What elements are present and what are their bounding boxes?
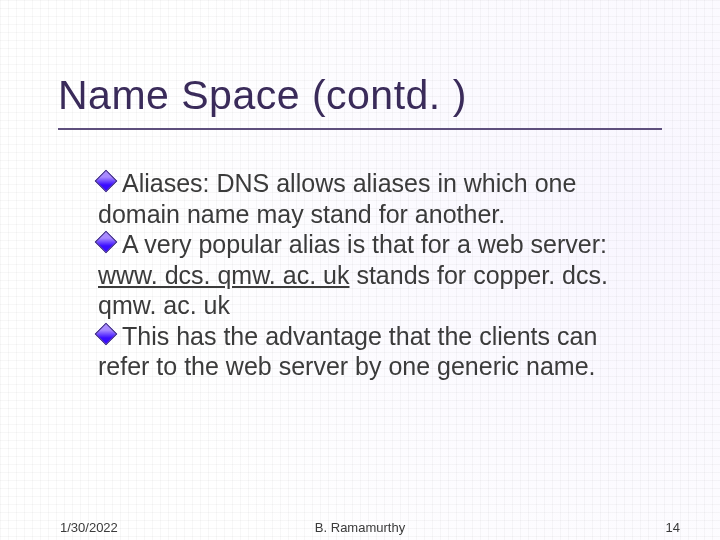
bullet-icon xyxy=(95,231,118,254)
bullet-text: Aliases: DNS allows aliases in which one… xyxy=(98,169,576,228)
bullet-item: A very popular alias is that for a web s… xyxy=(98,229,648,321)
bullet-prefix: Aliases: xyxy=(122,169,216,197)
footer-author: B. Ramamurthy xyxy=(0,520,720,535)
footer-page-number: 14 xyxy=(666,520,680,535)
slide-body: Aliases: DNS allows aliases in which one… xyxy=(98,168,648,382)
bullet-prefix: This has the advantage that the clients … xyxy=(98,322,597,381)
bullet-item: This has the advantage that the clients … xyxy=(98,321,648,382)
bullet-link[interactable]: www. dcs. qmw. ac. uk xyxy=(98,261,349,289)
bullet-prefix: A very popular alias is that for a web s… xyxy=(122,230,607,258)
bullet-icon xyxy=(95,170,118,193)
bullet-text: This has the advantage that the clients … xyxy=(98,322,597,381)
slide: Name Space (contd. ) Aliases: DNS allows… xyxy=(0,0,720,540)
bullet-item: Aliases: DNS allows aliases in which one… xyxy=(98,168,648,229)
bullet-text: A very popular alias is that for a web s… xyxy=(98,230,608,319)
bullet-icon xyxy=(95,322,118,345)
title-underline xyxy=(58,128,662,130)
slide-title: Name Space (contd. ) xyxy=(58,72,467,119)
